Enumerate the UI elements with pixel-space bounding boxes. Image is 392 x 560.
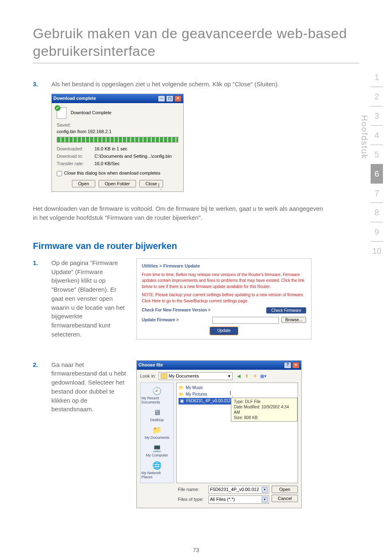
chapter-tab-1[interactable]: 1: [371, 68, 383, 87]
cancel-button[interactable]: Cancel: [272, 495, 298, 502]
update-firmware-label: Update Firmware >: [142, 317, 179, 323]
transfer-label: Transfer rate:: [57, 161, 95, 167]
places-bar: 🕘My Recent Documents 🖥Desktop 📁My Docume…: [140, 383, 174, 483]
step-1: 1. Op de pagina "Firmware Update" (Firmw…: [33, 258, 127, 339]
close-icon[interactable]: ✕: [174, 95, 182, 102]
update-button[interactable]: Update: [210, 327, 238, 335]
chapter-tab-8[interactable]: 8: [371, 203, 383, 222]
chapter-tab-4[interactable]: 4: [371, 126, 383, 145]
downloaded-label: Downloaded:: [57, 146, 95, 152]
network-icon: 🌐: [152, 461, 162, 471]
chevron-down-icon[interactable]: ▾: [262, 497, 267, 502]
place-desktop[interactable]: 🖥Desktop: [141, 407, 173, 423]
step-text: Ga naar het firmwarebestand dat u hebt g…: [51, 360, 127, 414]
file-tooltip: Type: DLF File Date Modified: 10/9/2002 …: [231, 398, 297, 422]
item-label: F5D6231_4P_v0.00.012.dlf: [186, 398, 236, 404]
panel-note-text: NOTE: Please backup your current setting…: [142, 293, 304, 297]
open-folder-button[interactable]: Open Folder: [99, 180, 136, 187]
dialog-titlebar: Download complete – ▢ ✕: [52, 94, 183, 103]
page-title: Gebruik maken van de geavanceerde web-ba…: [33, 25, 359, 60]
window-controls: – ▢ ✕: [158, 95, 182, 102]
recent-icon: 🕘: [152, 386, 162, 396]
look-in-label: Look in:: [140, 373, 156, 380]
page-number: 73: [0, 547, 392, 553]
place-documents[interactable]: 📁My Documents: [141, 425, 173, 441]
check-firmware-button[interactable]: Check Firmware: [266, 307, 306, 313]
file-type-select[interactable]: All Files (*.*)▾: [208, 495, 269, 504]
place-label: My Recent Documents: [141, 396, 173, 405]
up-icon[interactable]: ⬆: [243, 373, 251, 379]
tooltip-modified: Date Modified: 10/9/2002 4:34 AM: [234, 404, 295, 415]
help-icon[interactable]: ?: [284, 362, 291, 369]
view-menu-icon[interactable]: ▦▾: [260, 373, 267, 379]
step-3: 3. Als het bestand is opgeslagen ziet u …: [33, 80, 329, 89]
progress-bar: [57, 137, 178, 143]
step-number: 1.: [33, 258, 51, 339]
tooltip-size: Size: 808 KB: [234, 415, 295, 420]
saved-value: config.bin from 192.168.2.1: [57, 129, 178, 135]
file-name-label: File name:: [178, 486, 206, 493]
paragraph-download-finished: Het downloaden van de firmware is voltoo…: [33, 204, 329, 222]
folder-icon: 📁: [178, 385, 184, 391]
look-in-value: My Documents: [169, 373, 199, 380]
chapter-tab-9[interactable]: 9: [371, 222, 383, 242]
place-label: My Network Places: [141, 471, 173, 479]
item-label: My Music: [186, 385, 203, 391]
chevron-down-icon[interactable]: ▾: [228, 373, 231, 380]
computer-icon: 💻: [152, 443, 162, 453]
saved-label: Saved:: [57, 122, 178, 129]
file-type-label: Files of type:: [178, 496, 206, 503]
close-button[interactable]: Close: [139, 180, 163, 187]
download-complete-dialog: Download complete – ▢ ✕ Download Complet…: [51, 94, 184, 192]
place-recent[interactable]: 🕘My Recent Documents: [141, 385, 173, 406]
dialog-titlebar: Choose file ? ✕: [137, 361, 301, 370]
chapter-tab-10[interactable]: 10: [371, 242, 383, 260]
choose-file-dialog: Choose file ? ✕ Look in: My Documents: [136, 360, 302, 508]
firmware-path-input[interactable]: [212, 317, 279, 324]
check-version-label: Check For New Firmware Version >: [142, 307, 210, 313]
open-button[interactable]: Open: [272, 486, 298, 493]
panel-title: Utilities > Firmware Update: [142, 263, 306, 270]
chapter-tab-3[interactable]: 3: [371, 106, 383, 126]
downloadto-label: Download to:: [57, 153, 95, 160]
documents-icon: 📁: [152, 426, 162, 436]
back-icon[interactable]: ◀: [235, 373, 242, 379]
folder-icon: 📁: [178, 392, 184, 398]
step-number: 2.: [33, 360, 51, 414]
minimize-icon[interactable]: –: [158, 95, 165, 102]
heading-rule: [33, 63, 359, 63]
file-list[interactable]: 📁My Music 📁My Pictures ▣F5D6231_4P_v0.00…: [176, 383, 298, 483]
chapter-tab-7[interactable]: 7: [371, 184, 383, 203]
step-2: 2. Ga naar het firmwarebestand dat u heb…: [33, 360, 127, 414]
tooltip-type: Type: DLF File: [234, 399, 295, 404]
list-item[interactable]: 📁My Pictures: [178, 392, 296, 398]
checkbox-input[interactable]: [57, 171, 62, 176]
new-folder-icon[interactable]: ✳: [251, 373, 259, 379]
open-button[interactable]: Open: [72, 180, 95, 187]
download-complete-icon: [57, 107, 67, 119]
panel-paragraph-1: From time to time, Belkin may release ne…: [142, 272, 306, 290]
chapter-tab-5[interactable]: 5: [371, 145, 383, 164]
file-name-input[interactable]: F5D6231_4P_v0.00.012▾: [208, 486, 269, 494]
dialog-title: Choose file: [138, 362, 163, 369]
firmware-update-panel: Utilities > Firmware Update From time to…: [136, 258, 311, 339]
place-computer[interactable]: 💻My Computer: [141, 442, 173, 459]
browse-button[interactable]: Browse...: [281, 317, 306, 323]
step-number: 3.: [33, 80, 51, 89]
close-on-complete-checkbox[interactable]: Close this dialog box when download comp…: [57, 170, 178, 177]
checkbox-label: Close this dialog box when download comp…: [64, 170, 160, 177]
list-item[interactable]: 📁My Music: [178, 385, 296, 391]
list-item-selected[interactable]: ▣F5D6231_4P_v0.00.012.dlf: [178, 398, 238, 405]
click-here-link[interactable]: Click Here: [142, 299, 161, 303]
step-text: Op de pagina "Firmware Update" (Firmware…: [51, 258, 127, 339]
chevron-down-icon[interactable]: ▾: [262, 487, 267, 493]
folder-icon: [161, 373, 167, 379]
look-in-dropdown[interactable]: My Documents ▾: [159, 372, 233, 380]
place-network[interactable]: 🌐My Network Places: [141, 460, 173, 480]
window-controls: ? ✕: [284, 362, 300, 369]
chapter-tab-6[interactable]: 6: [371, 164, 383, 184]
close-icon[interactable]: ✕: [292, 362, 300, 369]
downloadto-value: C:\Documents and Setting...\config.bin: [95, 153, 172, 160]
chapter-tab-2[interactable]: 2: [371, 87, 383, 106]
maximize-icon[interactable]: ▢: [166, 95, 173, 102]
